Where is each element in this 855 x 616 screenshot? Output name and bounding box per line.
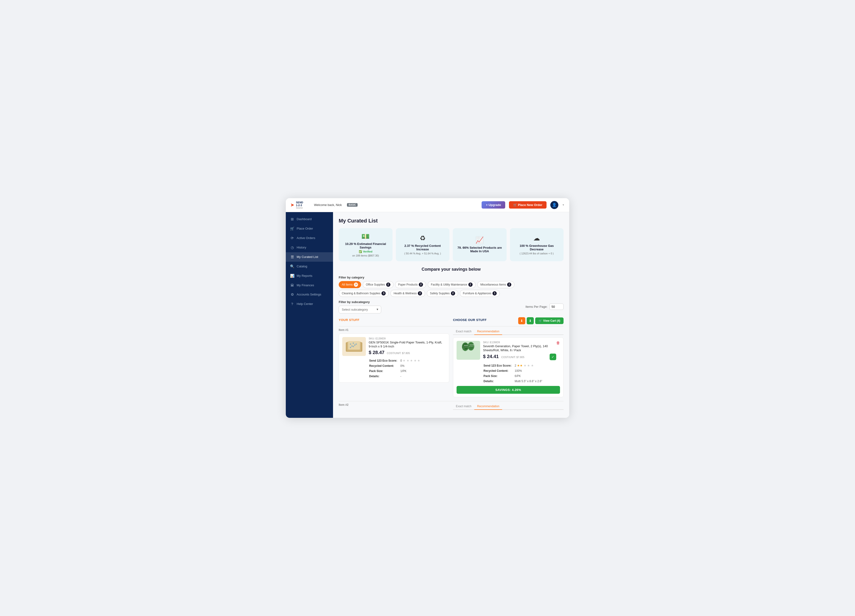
chip-health[interactable]: Health & Wellness 2 [391,290,425,297]
sidebar-item-accounts-settings[interactable]: ⚙ Accounts Settings [286,290,333,299]
svg-point-8 [350,347,351,348]
page-title: My Curated List [339,218,564,224]
sidebar-item-help-center[interactable]: ? Help Center [286,299,333,308]
details-value-right: Multi 5.5" x 8.6" x 2.6" [515,379,556,383]
chip-misc[interactable]: Miscellaneous Items 2 [477,281,515,288]
chip-facility-label: Facility & Utility Maintenance [431,283,467,286]
sidebar-item-my-finances[interactable]: 🏛 My Finances [286,280,333,290]
chip-furniture-label: Furniture & Appliances [463,292,492,295]
products-header: YOUR STUFF CHOOSE OUR STUFF ⬇ ⬇ 🛒 View C… [339,317,564,324]
chip-cleaning[interactable]: Cleaning & Bathroom Supplies 3 [339,290,389,297]
main-layout: ⊞ Dashboard 🛒 Place Order ⟳ Active Order… [286,212,569,418]
product-details-right: Send 123 Eco Score: 2 ★★ ★ ★ ★ [483,363,556,384]
filter-subcategory: Filter by subcategory Select subcategory… [339,300,381,313]
eco-stars-left: ★ ★ ★ ★ ★ [403,359,420,362]
category-chips: All Items 14 Office Supplies 2 Paper Pro… [339,281,564,297]
chip-misc-label: Miscellaneous Items [480,283,506,286]
cart-icon: 🛒 [538,319,542,322]
savings-bar: SAVINGS: 4.26% [457,386,560,394]
chip-furniture[interactable]: Furniture & Appliances 1 [460,290,500,297]
view-cart-button[interactable]: 🛒 View Cart (4) [535,317,564,324]
verified-label: Verified [363,250,372,253]
product-cost-unit-right: COST/UNIT: $7.805 [501,356,524,359]
per-page-select-wrapper: 50 25 100 [549,303,564,310]
pack-size-value-left: 1/PK [400,369,445,374]
product-cost-unit-left: COST/UNIT: $7.805 [387,352,410,354]
svg-text:generation: generation [463,346,468,348]
stats-grid: 💵 10.29 % Estimated Financial Savings ✅ … [339,228,564,261]
sidebar-label-curated-list: My Curated List [297,255,318,259]
download-orange-button[interactable]: ⬇ [518,317,525,324]
sidebar-item-my-curated-list[interactable]: ☰ My Curated List [286,252,333,262]
delete-button[interactable]: 🗑 [556,341,560,345]
svg-text:PAPER TOWELS: PAPER TOWELS [462,350,469,351]
choose-stuff-header: CHOOSE OUR STUFF ⬇ ⬇ 🛒 View Cart (4) [453,317,564,324]
product-image-left [342,337,366,356]
chip-office-supplies[interactable]: Office Supplies 2 [363,281,394,288]
chip-safety-count: 2 [451,291,455,296]
recycled-label-right: Recycled Content: [483,368,514,373]
product-card-right: seventh generation 100% PAPER TOWELS sev… [453,337,564,397]
sidebar-item-my-reports[interactable]: 📊 My Reports [286,271,333,280]
tab-recommendation[interactable]: Recommendation [474,328,502,335]
subcategory-select-wrapper: Select subcategory ▼ [339,306,381,313]
logo-source: Source [296,207,303,209]
chip-cleaning-label: Cleaning & Bathroom Supplies [342,292,380,295]
place-order-icon: 🛒 [290,227,294,231]
eco-score-label-left: Send 123 Eco Score: [369,358,400,363]
active-orders-icon: ⟳ [290,236,294,240]
chip-all-items[interactable]: All Items 14 [339,281,361,288]
table-row: Send 123 Eco Score: 0 ★ ★ ★ ★ ★ [369,358,445,363]
upgrade-button[interactable]: + Upgrade [481,201,505,208]
recycled-value-right: 100% [515,368,556,373]
product-price-left: $ 28.47 [369,350,385,355]
pack-size-label-left: Pack Size: [369,369,400,374]
check-circle-icon: ✅ [359,250,362,253]
sidebar-label-place-order: Place Order [297,227,313,230]
item-2-number: Item #2 [339,403,449,406]
per-page-select[interactable]: 50 25 100 [549,303,564,310]
dashboard-icon: ⊞ [290,217,294,221]
filter-category-label: Filter by category [339,276,564,279]
item-section: Item #1 [339,326,564,397]
chip-health-label: Health & Wellness [394,292,417,295]
place-new-order-button[interactable]: 🛒 Place New Order [509,201,547,208]
sidebar-item-dashboard[interactable]: ⊞ Dashboard [286,215,333,224]
usa-icon: 📈 [475,236,484,244]
sidebar-label-help: Help Center [297,302,313,306]
svg-text:seventh: seventh [470,344,474,346]
tab-recommendation-2[interactable]: Recommendation [474,403,502,410]
chip-cleaning-count: 3 [382,291,386,296]
recycled-value: 2.37 % Recycled Content Increase [400,244,446,251]
subcategory-select[interactable]: Select subcategory [339,306,381,313]
recycled-sub: ( 50.44 % Avg. + 51.64 % Avg. ) [405,252,441,255]
chip-facility[interactable]: Facility & Utility Maintenance 2 [428,281,475,288]
savings-value: 10.29 % Estimated Financial Savings [342,242,389,249]
sidebar-label-finances: My Finances [297,283,314,287]
product-price-right: $ 24.41 [483,354,499,359]
chip-misc-count: 2 [507,282,511,287]
product-info-right: SKU: E139ID9 Seventh Generation, Paper T… [483,341,556,384]
right-card-header: seventh generation 100% PAPER TOWELS sev… [457,341,560,384]
sidebar-item-active-orders[interactable]: ⟳ Active Orders [286,233,333,243]
details-value-left: - [400,374,445,378]
plan-badge: BASIC [347,203,358,207]
verified-badge: ✅ Verified [359,250,372,253]
history-icon: ◷ [290,245,294,250]
tab-exact-match[interactable]: Exact match [453,328,474,334]
eco-score-value-left: 0 ★ ★ ★ ★ ★ [400,358,445,363]
chip-safety[interactable]: Safety Supplies 2 [427,290,458,297]
download-green-button[interactable]: ⬇ [527,317,534,324]
settings-icon: ⚙ [290,293,294,297]
sidebar-item-place-order[interactable]: 🛒 Place Order [286,224,333,233]
sidebar-item-history[interactable]: ◷ History [286,243,333,252]
select-product-button[interactable]: ✓ [550,354,556,360]
savings-icon: 💵 [362,233,370,240]
chip-paper-products[interactable]: Paper Products 2 [395,281,426,288]
tab-exact-match-2[interactable]: Exact match [453,403,474,409]
avatar-button[interactable]: 👤 [550,201,558,209]
sidebar-item-catalog[interactable]: 🔍 Catalog [286,262,333,271]
avatar-chevron-icon: ▼ [562,204,564,206]
chip-all-items-count: 14 [354,282,358,287]
eco-stars-right: ★★ ★ ★ ★ [517,364,534,367]
